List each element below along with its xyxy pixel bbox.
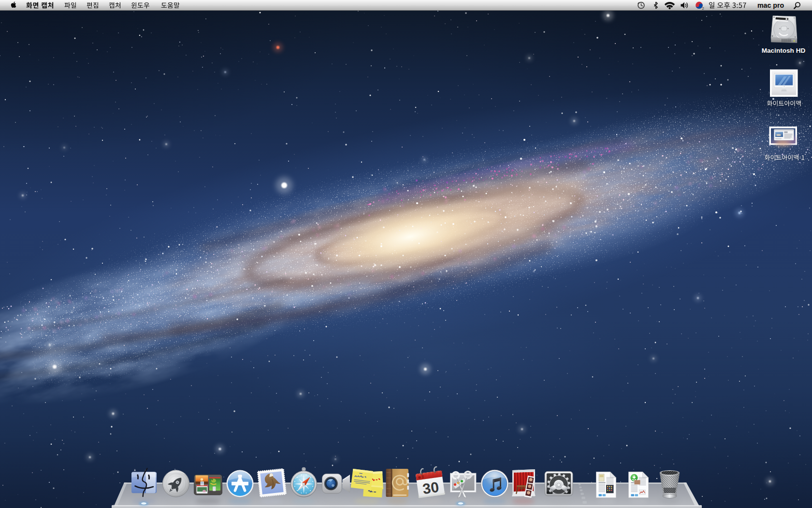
svg-text:2: 2	[702, 6, 704, 11]
svg-text:30: 30	[421, 479, 440, 497]
svg-text:Macintosh HD: Macintosh HD	[762, 47, 806, 54]
svg-text:mac pro: mac pro	[757, 1, 784, 9]
